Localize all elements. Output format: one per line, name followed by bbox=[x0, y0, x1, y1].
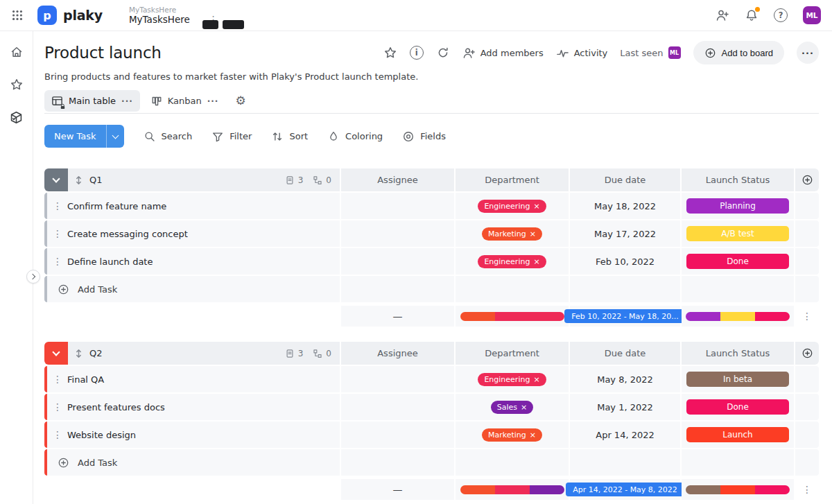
assignee-cell[interactable] bbox=[341, 220, 454, 247]
row-menu-icon[interactable]: ⋮ bbox=[51, 374, 64, 384]
summary-menu-icon[interactable]: ⋮ bbox=[800, 485, 814, 494]
status-cell[interactable]: A/B test bbox=[682, 220, 794, 247]
apps-grid-icon[interactable] bbox=[11, 9, 24, 21]
assignee-cell[interactable] bbox=[341, 394, 454, 420]
department-pill[interactable]: Engineering× bbox=[478, 255, 546, 268]
task-name[interactable]: Final QA bbox=[67, 374, 104, 385]
sidebar-expand-button[interactable] bbox=[26, 270, 40, 284]
group-collapse-button[interactable] bbox=[44, 342, 68, 365]
column-header-due-date[interactable]: Due date bbox=[570, 342, 680, 365]
add-column-button[interactable] bbox=[795, 342, 819, 365]
due-date-cell[interactable]: May 17, 2022 bbox=[570, 220, 680, 247]
status-cell[interactable]: Planning bbox=[682, 193, 794, 219]
task-name[interactable]: Present features docs bbox=[67, 402, 165, 412]
department-cell[interactable]: Engineering× bbox=[456, 366, 569, 392]
column-header-status[interactable]: Launch Status bbox=[682, 342, 794, 365]
add-to-board-button[interactable]: Add to board bbox=[693, 41, 784, 64]
due-date-cell[interactable]: May 1, 2022 bbox=[570, 394, 680, 420]
status-pill[interactable]: A/B test bbox=[686, 226, 789, 241]
task-name[interactable]: Confirm feature name bbox=[67, 201, 166, 211]
add-task-row[interactable]: Add Task bbox=[44, 276, 819, 302]
status-pill[interactable]: Done bbox=[686, 399, 789, 415]
due-range-pill[interactable]: Apr 14, 2022 - May 8, 2022 bbox=[566, 483, 684, 496]
remove-tag-icon[interactable]: × bbox=[530, 230, 536, 238]
search-button[interactable]: Search bbox=[144, 130, 193, 143]
group-drag-icon[interactable] bbox=[74, 175, 83, 185]
department-cell[interactable]: Marketing× bbox=[456, 422, 569, 448]
status-cell[interactable]: Launch bbox=[682, 422, 794, 448]
plaky-logo[interactable]: p plaky bbox=[37, 6, 103, 25]
group-name[interactable]: Q1 bbox=[89, 175, 103, 185]
column-header-department[interactable]: Department bbox=[456, 168, 569, 191]
assignee-cell[interactable] bbox=[341, 422, 454, 448]
favorite-board-star-icon[interactable] bbox=[383, 46, 397, 60]
fields-button[interactable]: Fields bbox=[402, 130, 446, 143]
department-cell[interactable]: Sales× bbox=[456, 394, 569, 420]
add-column-button[interactable] bbox=[795, 168, 819, 191]
board-more-button[interactable]: ··· bbox=[797, 42, 819, 64]
column-header-assignee[interactable]: Assignee bbox=[341, 342, 454, 365]
row-menu-icon[interactable]: ⋮ bbox=[51, 229, 64, 238]
remove-tag-icon[interactable]: × bbox=[533, 258, 539, 266]
status-pill[interactable]: Launch bbox=[686, 427, 789, 442]
new-task-dropdown-icon[interactable] bbox=[106, 125, 124, 148]
status-pill[interactable]: Done bbox=[686, 254, 789, 269]
group-collapse-button[interactable] bbox=[44, 168, 68, 191]
add-task-label[interactable]: Add Task bbox=[78, 458, 117, 468]
last-seen-group[interactable]: Last seen ML bbox=[620, 46, 680, 59]
department-pill[interactable]: Engineering× bbox=[478, 373, 546, 386]
row-menu-icon[interactable]: ⋮ bbox=[51, 402, 64, 412]
row-menu-icon[interactable]: ⋮ bbox=[51, 257, 64, 266]
subitem-count[interactable]: 0 bbox=[313, 349, 331, 358]
user-avatar[interactable]: ML bbox=[803, 6, 821, 24]
due-date-cell[interactable]: Feb 10, 2022 bbox=[570, 248, 680, 275]
coloring-button[interactable]: Coloring bbox=[327, 130, 383, 143]
add-task-row[interactable]: Add Task bbox=[44, 449, 819, 476]
remove-tag-icon[interactable]: × bbox=[530, 431, 536, 439]
remove-tag-icon[interactable]: × bbox=[533, 202, 539, 210]
column-header-due-date[interactable]: Due date bbox=[570, 168, 680, 191]
boards-icon[interactable] bbox=[6, 106, 28, 128]
status-summary-cell[interactable] bbox=[682, 479, 794, 500]
task-name[interactable]: Define launch date bbox=[67, 257, 153, 267]
column-header-assignee[interactable]: Assignee bbox=[341, 168, 454, 191]
group-name[interactable]: Q2 bbox=[89, 348, 103, 358]
tab-main-table-menu[interactable]: ··· bbox=[121, 96, 133, 106]
board-workspace-name[interactable]: MyTasksHere bbox=[129, 14, 190, 25]
group-drag-icon[interactable] bbox=[74, 349, 83, 358]
add-task-plus-icon[interactable] bbox=[58, 457, 69, 469]
views-settings-gear-icon[interactable]: ⚙ bbox=[235, 95, 245, 107]
board-info-icon[interactable]: i bbox=[410, 46, 424, 60]
due-date-cell[interactable]: May 8, 2022 bbox=[570, 366, 680, 392]
department-summary-cell[interactable] bbox=[456, 479, 569, 500]
new-task-button[interactable]: New Task bbox=[44, 125, 124, 148]
sort-button[interactable]: Sort bbox=[271, 130, 308, 143]
task-name[interactable]: Website design bbox=[67, 430, 136, 440]
status-cell[interactable]: Done bbox=[682, 394, 794, 420]
column-header-department[interactable]: Department bbox=[456, 342, 569, 365]
status-pill[interactable]: In beta bbox=[686, 372, 789, 387]
assignee-cell[interactable] bbox=[341, 248, 454, 275]
notifications-bell-icon[interactable] bbox=[745, 8, 759, 22]
department-pill[interactable]: Marketing× bbox=[482, 227, 542, 241]
invite-member-icon[interactable] bbox=[716, 8, 729, 22]
department-pill[interactable]: Sales× bbox=[491, 401, 534, 414]
department-summary-cell[interactable] bbox=[456, 306, 569, 327]
home-icon[interactable] bbox=[6, 41, 28, 63]
add-task-plus-icon[interactable] bbox=[58, 284, 69, 295]
favorites-star-icon[interactable] bbox=[6, 73, 28, 96]
board-sync-icon[interactable] bbox=[436, 46, 450, 60]
status-summary-cell[interactable] bbox=[682, 306, 794, 327]
status-cell[interactable]: In beta bbox=[682, 366, 794, 392]
department-pill[interactable]: Engineering× bbox=[478, 200, 546, 213]
column-header-status[interactable]: Launch Status bbox=[682, 168, 794, 191]
remove-tag-icon[interactable]: × bbox=[521, 403, 527, 411]
row-menu-icon[interactable]: ⋮ bbox=[51, 430, 64, 440]
remove-tag-icon[interactable]: × bbox=[533, 376, 539, 383]
doc-count[interactable]: 3 bbox=[285, 175, 304, 185]
row-menu-icon[interactable]: ⋮ bbox=[51, 201, 64, 211]
department-cell[interactable]: Marketing× bbox=[456, 220, 569, 247]
department-pill[interactable]: Marketing× bbox=[482, 428, 542, 442]
tab-main-table[interactable]: Main table ··· bbox=[44, 90, 140, 112]
tab-kanban-menu[interactable]: ··· bbox=[207, 96, 219, 106]
